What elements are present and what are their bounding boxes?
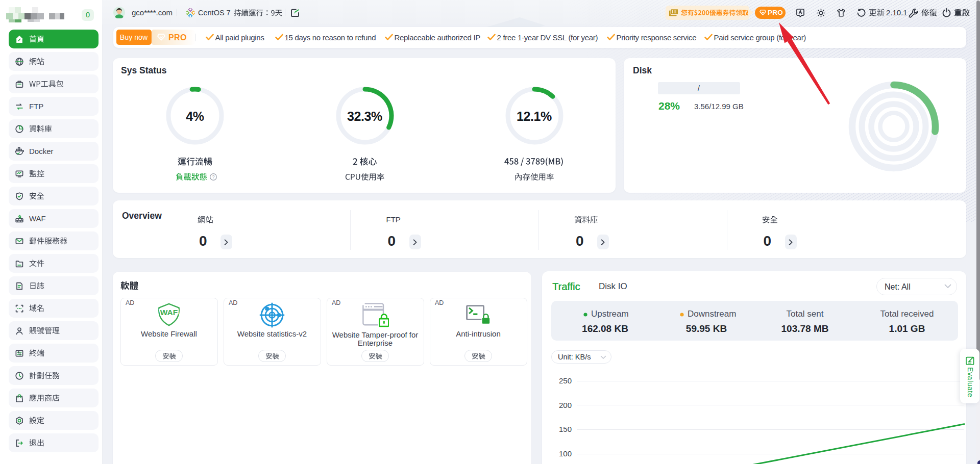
svg-text:?: ?: [212, 174, 214, 179]
svg-text:WAF: WAF: [160, 308, 178, 317]
